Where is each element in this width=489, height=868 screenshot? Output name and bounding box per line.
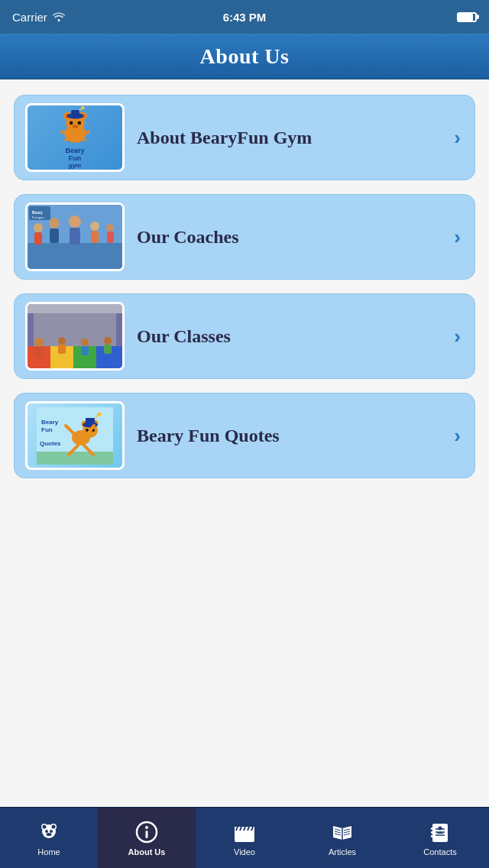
svg-point-41 [58, 337, 66, 345]
info-icon [134, 820, 159, 844]
thumb-quotes: Beary Fun Quotes [25, 401, 125, 470]
svg-point-43 [81, 338, 89, 346]
thumb-about-gym: Beary Fun gym [25, 103, 125, 172]
svg-text:Beary: Beary [41, 419, 59, 426]
thumb-coaches: Beary Fun gym [25, 202, 125, 271]
menu-item-about-gym[interactable]: Beary Fun gym About BearyFun Gym › [14, 95, 475, 180]
page-title: About Us [200, 44, 290, 69]
svg-point-77 [47, 833, 52, 836]
svg-point-9 [81, 106, 85, 110]
svg-rect-44 [81, 346, 89, 355]
svg-point-104 [439, 826, 442, 830]
tab-bar: Home About Us [0, 807, 489, 868]
tab-contacts-label: Contacts [423, 847, 456, 857]
svg-text:Quotes: Quotes [40, 440, 61, 447]
svg-point-74 [52, 824, 56, 828]
status-bar: Carrier 6:43 PM [0, 0, 489, 34]
svg-point-27 [34, 223, 43, 232]
svg-point-11 [77, 121, 81, 125]
svg-point-29 [90, 222, 99, 231]
tab-about[interactable]: About Us [98, 808, 196, 868]
chevron-icon-about-gym: › [454, 126, 461, 150]
menu-item-quotes[interactable]: Beary Fun Quotes Beary Fun Quotes › [14, 393, 475, 478]
svg-point-23 [69, 215, 81, 228]
chevron-icon-classes: › [454, 325, 461, 348]
svg-text:Fun gym: Fun gym [32, 215, 44, 219]
tab-contacts[interactable]: Contacts [391, 808, 489, 868]
svg-point-25 [49, 218, 60, 228]
svg-point-79 [145, 826, 148, 829]
carrier-label: Carrier [12, 11, 47, 24]
svg-rect-42 [58, 345, 66, 354]
tab-home-label: Home [37, 847, 60, 857]
svg-rect-30 [91, 231, 99, 243]
svg-rect-98 [431, 828, 434, 830]
tab-articles[interactable]: Articles [293, 808, 391, 868]
svg-point-39 [34, 338, 44, 347]
nav-header: About Us [0, 34, 489, 79]
svg-rect-58 [86, 418, 95, 425]
video-icon [232, 820, 257, 844]
menu-item-coaches[interactable]: Beary Fun gym [14, 194, 475, 280]
svg-rect-32 [107, 232, 114, 243]
svg-point-12 [72, 125, 78, 128]
svg-rect-48 [116, 313, 122, 346]
svg-point-45 [104, 337, 112, 345]
svg-rect-7 [71, 110, 79, 116]
svg-point-73 [43, 824, 47, 828]
svg-rect-89 [235, 831, 254, 841]
menu-label-quotes: Beary Fun Quotes [137, 424, 442, 447]
menu-item-classes[interactable]: Our Classes › [14, 293, 475, 379]
svg-rect-19 [28, 243, 122, 269]
battery-icon [457, 12, 477, 22]
articles-icon [330, 820, 355, 844]
svg-rect-24 [70, 228, 80, 245]
svg-point-10 [69, 121, 73, 125]
home-icon [37, 820, 61, 844]
svg-rect-100 [431, 835, 434, 837]
svg-text:Beary: Beary [32, 210, 43, 215]
svg-text:Fun: Fun [41, 426, 53, 433]
svg-point-31 [106, 224, 114, 232]
svg-rect-28 [34, 232, 42, 245]
main-content: Beary Fun gym About BearyFun Gym › [0, 79, 489, 807]
thumb-classes [25, 302, 125, 371]
svg-rect-26 [50, 228, 59, 243]
tab-home[interactable]: Home [0, 808, 98, 868]
tab-about-label: About Us [128, 847, 166, 857]
tab-video-label: Video [234, 847, 255, 857]
menu-label-about-gym: About BearyFun Gym [137, 126, 442, 149]
status-bar-right [457, 12, 477, 22]
wifi-icon [52, 11, 66, 24]
svg-rect-80 [146, 831, 148, 838]
svg-rect-46 [104, 345, 112, 354]
svg-point-75 [45, 830, 48, 833]
status-bar-left: Carrier [12, 11, 66, 24]
svg-rect-40 [35, 347, 43, 358]
menu-label-classes: Our Classes [137, 325, 442, 348]
tab-video[interactable]: Video [196, 808, 293, 868]
status-bar-time: 6:43 PM [223, 11, 267, 24]
svg-rect-47 [28, 313, 34, 346]
svg-point-60 [98, 412, 102, 416]
svg-point-76 [50, 830, 53, 833]
menu-label-coaches: Our Coaches [137, 225, 442, 248]
svg-rect-50 [37, 452, 113, 465]
contacts-icon [428, 820, 452, 844]
svg-rect-99 [431, 831, 434, 834]
svg-rect-34 [28, 304, 122, 313]
chevron-icon-quotes: › [454, 424, 461, 448]
tab-articles-label: Articles [329, 847, 356, 857]
chevron-icon-coaches: › [454, 225, 461, 249]
